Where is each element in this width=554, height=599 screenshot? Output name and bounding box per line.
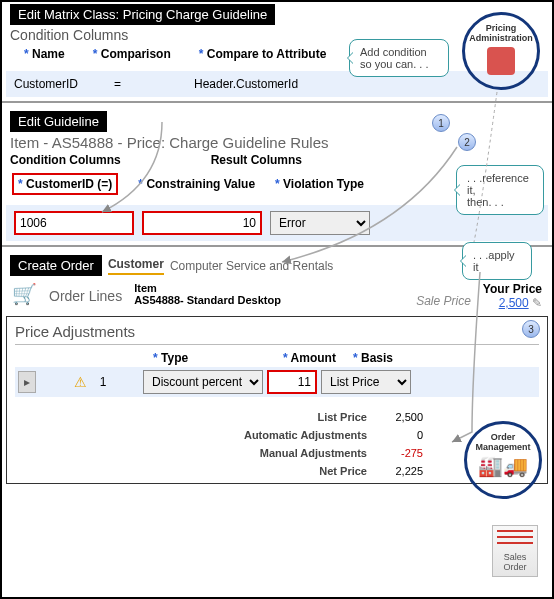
matrix-name-cell: CustomerID bbox=[14, 77, 114, 91]
step-badge-2: 2 bbox=[458, 133, 476, 151]
adj-amount-input[interactable] bbox=[267, 370, 317, 394]
adj-col-type: Type bbox=[153, 351, 283, 365]
violation-select[interactable]: Error bbox=[270, 211, 370, 235]
customer-label: Customer bbox=[108, 257, 164, 275]
expand-row-button[interactable]: ▸ bbox=[18, 371, 36, 393]
step-badge-1: 1 bbox=[432, 114, 450, 132]
col-constraining: Constraining Value bbox=[138, 177, 255, 191]
warning-icon: ⚠ bbox=[74, 374, 87, 390]
create-order-tab: Create Order bbox=[10, 255, 102, 276]
callout-add-condition: Add condition so you can. . . bbox=[349, 39, 449, 77]
col-comparison: Comparison bbox=[93, 47, 171, 61]
adj-col-amount: Amount bbox=[283, 351, 353, 365]
item-value: AS54888- Standard Desktop bbox=[134, 294, 404, 306]
guideline-cond-header: Condition Columns bbox=[10, 153, 121, 167]
step-badge-3: 3 bbox=[522, 320, 540, 338]
edit-guideline-tab: Edit Guideline bbox=[10, 111, 107, 132]
col-customer-id: CustomerID (=) bbox=[12, 173, 118, 195]
adjustment-row: ▸ ⚠ 1 Discount percent List Price bbox=[15, 367, 539, 397]
your-price-value[interactable]: 2,500 bbox=[499, 296, 529, 310]
edit-price-icon[interactable]: ✎ bbox=[532, 296, 542, 310]
customer-id-input[interactable] bbox=[14, 211, 134, 235]
your-price-label: Your Price bbox=[483, 282, 542, 296]
order-lines-label: Order Lines bbox=[49, 288, 122, 304]
matrix-compareto-cell: Header.CustomerId bbox=[194, 77, 298, 91]
price-adjustments-title: Price Adjustments bbox=[15, 323, 539, 340]
order-management-ring: Order Management 🏭🚚 bbox=[464, 421, 542, 499]
pricing-icon bbox=[487, 47, 515, 75]
constraining-input[interactable] bbox=[142, 211, 262, 235]
adj-type-select[interactable]: Discount percent bbox=[143, 370, 263, 394]
callout-apply: . . .apply it bbox=[462, 242, 532, 280]
sales-order-note: Sales Order bbox=[492, 525, 538, 577]
totals-block: List Price2,500 Automatic Adjustments0 M… bbox=[15, 411, 539, 477]
col-name: Name bbox=[24, 47, 65, 61]
adj-col-basis: Basis bbox=[353, 351, 393, 365]
sale-price-label: Sale Price bbox=[416, 294, 471, 308]
pricing-admin-ring: Pricing Administration bbox=[462, 12, 540, 90]
col-compare-to: Compare to Attribute bbox=[199, 47, 327, 61]
row-number: 1 bbox=[91, 375, 115, 389]
matrix-comparison-cell: = bbox=[114, 77, 194, 91]
guideline-result-header: Result Columns bbox=[211, 153, 302, 167]
callout-reference: . . .reference it, then. . . bbox=[456, 165, 544, 215]
matrix-row[interactable]: CustomerID = Header.CustomerId bbox=[6, 71, 548, 97]
edit-matrix-tab: Edit Matrix Class: Pricing Charge Guidel… bbox=[10, 4, 275, 25]
om-icon: 🏭🚚 bbox=[478, 454, 528, 478]
adj-basis-select[interactable]: List Price bbox=[321, 370, 411, 394]
cart-icon: 🛒 bbox=[12, 282, 37, 306]
item-label: Item bbox=[134, 282, 404, 294]
col-violation: Violation Type bbox=[275, 177, 364, 191]
customer-value: Computer Service and Rentals bbox=[170, 259, 333, 273]
